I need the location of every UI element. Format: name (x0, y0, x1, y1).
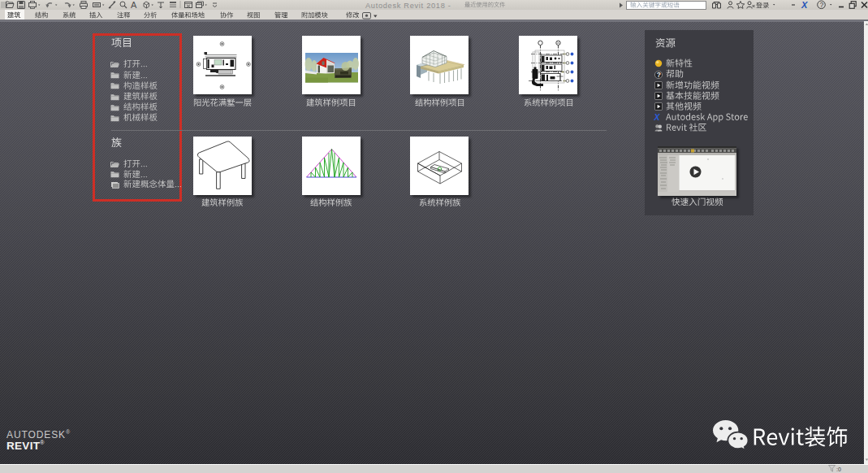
svg-text:?: ? (820, 1, 824, 9)
svg-text:X: X (801, 0, 808, 10)
svg-text::0: :0 (836, 466, 841, 472)
svg-text:X: X (654, 113, 661, 121)
svg-text:?: ? (656, 71, 660, 79)
svg-text:A: A (131, 0, 137, 10)
